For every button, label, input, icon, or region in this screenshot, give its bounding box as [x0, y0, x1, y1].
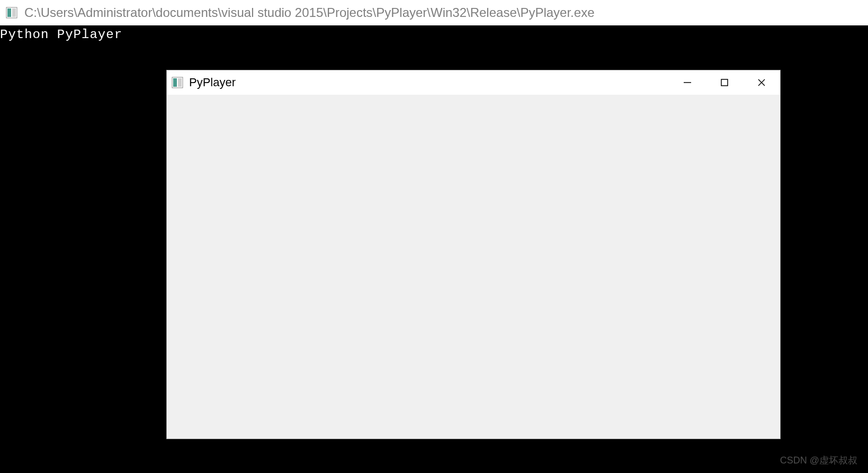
watermark-text: CSDN @虚坏叔叔: [780, 454, 857, 467]
minimize-icon: [683, 78, 692, 87]
close-icon: [757, 78, 766, 87]
svg-rect-5: [178, 78, 182, 87]
console-body[interactable]: Python PyPlayer PyPlayer: [0, 25, 868, 473]
app-content-area[interactable]: [167, 95, 780, 439]
console-output-line: Python PyPlayer: [0, 25, 868, 42]
svg-rect-2: [12, 8, 16, 17]
maximize-button[interactable]: [706, 70, 743, 95]
svg-rect-1: [7, 8, 11, 17]
minimize-button[interactable]: [669, 70, 706, 95]
maximize-icon: [720, 78, 729, 87]
console-app-icon: [5, 6, 18, 19]
app-window-icon: [171, 76, 184, 89]
svg-rect-4: [173, 78, 177, 87]
close-button[interactable]: [743, 70, 780, 95]
svg-rect-7: [721, 79, 728, 86]
app-titlebar[interactable]: PyPlayer: [167, 70, 780, 95]
app-window-title: PyPlayer: [189, 76, 669, 89]
window-controls: [669, 70, 780, 95]
console-title-text: C:\Users\Administrator\documents\visual …: [24, 5, 594, 20]
console-titlebar: C:\Users\Administrator\documents\visual …: [0, 0, 868, 25]
app-window: PyPlayer: [166, 70, 781, 439]
